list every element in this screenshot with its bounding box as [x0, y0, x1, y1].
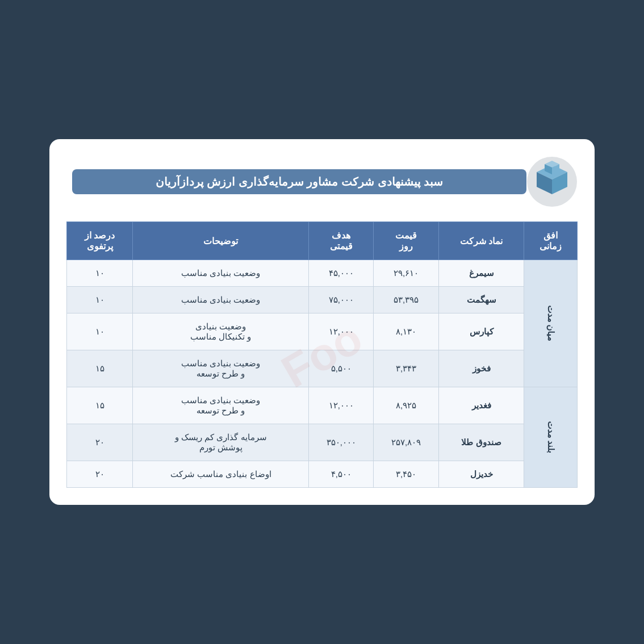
- price-day-cell: ۵۳,۳۹۵: [374, 287, 438, 313]
- target-price-cell: ۱۲,۰۰۰: [309, 387, 374, 424]
- portfolio-pct-cell: ۱۰: [67, 287, 133, 313]
- symbol-cell: کپارس: [438, 313, 524, 350]
- portfolio-pct-cell: ۱۰: [67, 260, 133, 287]
- target-price-cell: ۵,۵۰۰: [309, 350, 374, 387]
- symbol-cell: سیمرغ: [438, 260, 524, 287]
- description-cell: وضعیت بنیادیو تکنیکال مناسب: [133, 313, 309, 350]
- col-header-horizon: افقزمانی: [524, 222, 578, 260]
- table-row: بلند مدتفغدیر۸,۹۲۵۱۲,۰۰۰وضعیت بنیادی منا…: [67, 387, 578, 424]
- price-day-cell: ۳,۳۴۳: [374, 350, 438, 387]
- col-header-portfolio-pct: درصد ازپرتفوی: [67, 222, 133, 260]
- col-header-price-day: قیمتروز: [374, 222, 438, 260]
- portfolio-pct-cell: ۲۰: [67, 424, 133, 461]
- target-price-cell: ۴۵,۰۰۰: [309, 260, 374, 287]
- target-price-cell: ۷۵,۰۰۰: [309, 287, 374, 313]
- price-day-cell: ۸,۱۳۰: [374, 313, 438, 350]
- description-cell: وضعیت بنیادی مناسب: [133, 260, 309, 287]
- portfolio-pct-cell: ۱۰: [67, 313, 133, 350]
- portfolio-table: افقزمانی نماد شرکت قیمتروز هدفقیمتی توضی…: [66, 221, 578, 488]
- portfolio-pct-cell: ۱۵: [67, 350, 133, 387]
- table-row: سهگمت۵۳,۳۹۵۷۵,۰۰۰وضعیت بنیادی مناسب۱۰: [67, 287, 578, 313]
- table-row: خدیزل۳,۴۵۰۴,۵۰۰اوضاع بنیادی مناسب شرکت۲۰: [67, 461, 578, 488]
- logo: [526, 156, 578, 207]
- table-row: کپارس۸,۱۳۰۱۲,۰۰۰وضعیت بنیادیو تکنیکال من…: [67, 313, 578, 350]
- description-cell: وضعیت بنیادی مناسبو طرح توسعه: [133, 387, 309, 424]
- table-row: صندوق طلا۲۵۷,۸۰۹۳۵۰,۰۰۰سرمایه گذاری کم ر…: [67, 424, 578, 461]
- symbol-cell: فخوز: [438, 350, 524, 387]
- description-cell: وضعیت بنیادی مناسبو طرح توسعه: [133, 350, 309, 387]
- description-cell: وضعیت بنیادی مناسب: [133, 287, 309, 313]
- header-title-box: سبد پیشنهادی شرکت مشاور سرمایه‌گذاری ارز…: [72, 169, 526, 194]
- portfolio-pct-cell: ۲۰: [67, 461, 133, 488]
- price-day-cell: ۲۵۷,۸۰۹: [374, 424, 438, 461]
- horizon-cell: میان مدت: [524, 260, 578, 387]
- symbol-cell: صندوق طلا: [438, 424, 524, 461]
- description-cell: اوضاع بنیادی مناسب شرکت: [133, 461, 309, 488]
- description-cell: سرمایه گذاری کم ریسک وپوشش تورم: [133, 424, 309, 461]
- price-day-cell: ۲۹,۶۱۰: [374, 260, 438, 287]
- symbol-cell: فغدیر: [438, 387, 524, 424]
- target-price-cell: ۱۲,۰۰۰: [309, 313, 374, 350]
- target-price-cell: ۴,۵۰۰: [309, 461, 374, 488]
- symbol-cell: سهگمت: [438, 287, 524, 313]
- table-row: فخوز۳,۳۴۳۵,۵۰۰وضعیت بنیادی مناسبو طرح تو…: [67, 350, 578, 387]
- header-title: سبد پیشنهادی شرکت مشاور سرمایه‌گذاری ارز…: [86, 175, 513, 189]
- col-header-target-price: هدفقیمتی: [309, 222, 374, 260]
- col-header-symbol: نماد شرکت: [438, 222, 524, 260]
- table-header-row: افقزمانی نماد شرکت قیمتروز هدفقیمتی توضی…: [67, 222, 578, 260]
- target-price-cell: ۳۵۰,۰۰۰: [309, 424, 374, 461]
- horizon-cell: بلند مدت: [524, 387, 578, 488]
- col-header-description: توضیحات: [133, 222, 309, 260]
- symbol-cell: خدیزل: [438, 461, 524, 488]
- portfolio-pct-cell: ۱۵: [67, 387, 133, 424]
- main-card: سبد پیشنهادی شرکت مشاور سرمایه‌گذاری ارز…: [49, 139, 595, 505]
- price-day-cell: ۳,۴۵۰: [374, 461, 438, 488]
- price-day-cell: ۸,۹۲۵: [374, 387, 438, 424]
- header: سبد پیشنهادی شرکت مشاور سرمایه‌گذاری ارز…: [66, 156, 578, 207]
- table-row: میان مدتسیمرغ۲۹,۶۱۰۴۵,۰۰۰وضعیت بنیادی من…: [67, 260, 578, 287]
